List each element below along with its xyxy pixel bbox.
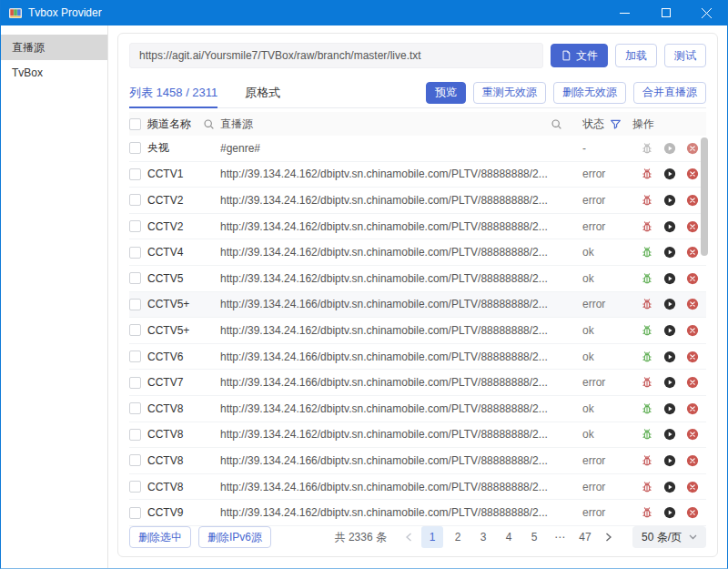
- play-icon[interactable]: [663, 324, 676, 337]
- retest-bug-icon[interactable]: [641, 376, 653, 389]
- row-checkbox[interactable]: [129, 454, 141, 466]
- status-text: error: [582, 506, 605, 519]
- page-number[interactable]: ⋯: [549, 526, 571, 548]
- select-all-checkbox[interactable]: [129, 118, 141, 130]
- status-filter-icon[interactable]: [610, 118, 622, 130]
- row-checkbox[interactable]: [129, 299, 141, 310]
- page-number[interactable]: 1: [421, 526, 443, 548]
- prev-page-button[interactable]: [399, 526, 418, 548]
- retest-bug-icon[interactable]: [641, 168, 653, 180]
- play-icon[interactable]: [663, 298, 676, 310]
- play-icon[interactable]: [663, 246, 676, 259]
- sidebar-item[interactable]: 直播源: [1, 35, 107, 60]
- load-button[interactable]: 加载: [615, 44, 657, 67]
- tab-list[interactable]: 列表 1458 / 2311: [129, 77, 217, 107]
- delete-invalid-button[interactable]: 删除无效源: [553, 82, 626, 104]
- next-page-button[interactable]: [600, 526, 618, 548]
- delete-icon[interactable]: [686, 168, 699, 180]
- delete-icon[interactable]: [686, 481, 699, 493]
- source-url: http://39.134.24.162/dbiptv.sn.chinamobi…: [220, 324, 548, 337]
- delete-icon[interactable]: [686, 376, 699, 389]
- tab-raw-format[interactable]: 原格式: [245, 77, 280, 107]
- retest-bug-icon[interactable]: [641, 142, 653, 155]
- row-checkbox[interactable]: [129, 429, 141, 441]
- delete-icon[interactable]: [686, 194, 699, 207]
- url-input[interactable]: [129, 43, 543, 68]
- page-number[interactable]: 2: [447, 526, 469, 548]
- delete-icon[interactable]: [686, 272, 699, 285]
- row-checkbox[interactable]: [129, 247, 141, 259]
- row-checkbox[interactable]: [129, 377, 141, 389]
- row-checkbox[interactable]: [129, 351, 141, 362]
- row-checkbox[interactable]: [129, 272, 141, 284]
- retest-bug-icon[interactable]: [641, 428, 653, 441]
- play-icon[interactable]: [663, 351, 676, 363]
- play-icon[interactable]: [663, 454, 676, 467]
- row-checkbox[interactable]: [129, 168, 141, 180]
- status-text: error: [582, 194, 605, 207]
- delete-icon[interactable]: [686, 298, 699, 310]
- play-icon[interactable]: [663, 194, 676, 207]
- delete-icon[interactable]: [686, 324, 699, 337]
- play-icon[interactable]: [663, 402, 676, 415]
- channel-name: CCTV6: [147, 351, 183, 363]
- channel-name: CCTV2: [147, 194, 183, 207]
- play-icon[interactable]: [663, 168, 676, 180]
- search-source-icon[interactable]: [551, 118, 562, 130]
- play-icon[interactable]: [663, 272, 676, 285]
- search-channel-icon[interactable]: [203, 118, 215, 130]
- row-checkbox[interactable]: [129, 142, 141, 154]
- test-button[interactable]: 测试: [664, 44, 706, 67]
- delete-icon[interactable]: [686, 351, 699, 363]
- row-checkbox[interactable]: [129, 402, 141, 414]
- page-number[interactable]: 4: [498, 526, 520, 548]
- retest-bug-icon[interactable]: [641, 220, 653, 233]
- retest-bug-icon[interactable]: [641, 481, 653, 493]
- row-checkbox[interactable]: [129, 481, 141, 493]
- retest-invalid-button[interactable]: 重测无效源: [473, 82, 546, 104]
- retest-bug-icon[interactable]: [641, 454, 653, 467]
- play-icon[interactable]: [663, 376, 676, 389]
- maximize-button[interactable]: [645, 0, 686, 25]
- row-checkbox[interactable]: [129, 220, 141, 232]
- play-icon[interactable]: [663, 142, 676, 155]
- delete-icon[interactable]: [686, 454, 699, 467]
- row-checkbox[interactable]: [129, 324, 141, 336]
- delete-icon[interactable]: [686, 402, 699, 415]
- play-icon[interactable]: [663, 481, 676, 493]
- merge-sources-button[interactable]: 合并直播源: [633, 82, 706, 104]
- close-button[interactable]: [686, 0, 727, 25]
- play-icon[interactable]: [663, 506, 676, 519]
- delete-icon[interactable]: [686, 246, 699, 259]
- retest-bug-icon[interactable]: [641, 194, 653, 207]
- page-size-select[interactable]: 50 条/页: [632, 526, 706, 548]
- play-icon[interactable]: [663, 428, 676, 441]
- main-panel: 文件 加载 测试 列表 1458 / 2311 原格式 预览 重测无效源 删除无…: [117, 33, 718, 557]
- row-checkbox[interactable]: [129, 507, 141, 519]
- delete-icon[interactable]: [686, 428, 699, 441]
- minimize-button[interactable]: [604, 0, 645, 25]
- retest-bug-icon[interactable]: [641, 246, 653, 259]
- retest-bug-icon[interactable]: [641, 506, 653, 519]
- table-scrollbar[interactable]: [701, 137, 708, 256]
- retest-bug-icon[interactable]: [641, 272, 653, 285]
- file-button[interactable]: 文件: [551, 44, 608, 67]
- retest-bug-icon[interactable]: [641, 402, 653, 415]
- retest-bug-icon[interactable]: [641, 298, 653, 310]
- delete-icon[interactable]: [686, 142, 699, 155]
- col-status: 状态: [582, 117, 604, 132]
- play-icon[interactable]: [663, 220, 676, 233]
- retest-bug-icon[interactable]: [641, 351, 653, 363]
- delete-selected-button[interactable]: 删除选中: [129, 526, 191, 548]
- delete-icon[interactable]: [686, 220, 699, 233]
- row-checkbox[interactable]: [129, 194, 141, 206]
- delete-ipv6-button[interactable]: 删除IPv6源: [198, 526, 271, 548]
- page-number[interactable]: 47: [574, 526, 596, 548]
- source-url: http://39.134.24.166/dbiptv.sn.chinamobi…: [220, 376, 548, 389]
- page-number[interactable]: 5: [523, 526, 545, 548]
- sidebar-item[interactable]: TvBox: [1, 60, 107, 86]
- page-number[interactable]: 3: [472, 526, 494, 548]
- retest-bug-icon[interactable]: [641, 324, 653, 337]
- delete-icon[interactable]: [686, 506, 699, 519]
- preview-button[interactable]: 预览: [426, 82, 466, 104]
